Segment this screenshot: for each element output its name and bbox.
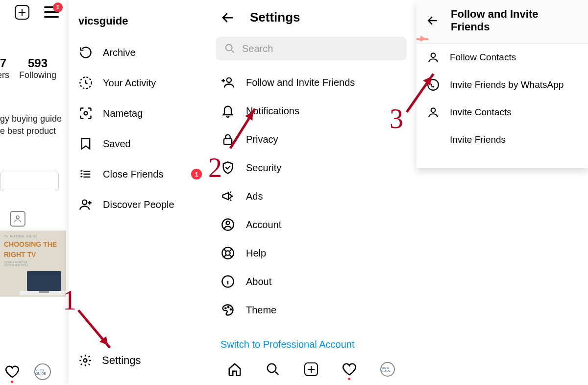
activity-heart-icon[interactable] <box>5 364 20 379</box>
nav-home-button[interactable] <box>227 361 243 377</box>
settings-item-help[interactable]: Help <box>206 239 416 267</box>
back-arrow-button[interactable] <box>220 10 235 25</box>
drawer-item-label: Archive <box>103 47 136 58</box>
drawer-settings-button[interactable]: Settings <box>69 346 206 375</box>
stat-value: 593 <box>19 56 56 70</box>
nav-activity-button[interactable] <box>342 361 357 377</box>
follow-invite-item-label: Invite Friends <box>450 134 506 145</box>
avatar-label: VIC'S GUIDE <box>381 366 394 372</box>
close-friends-icon <box>78 167 93 181</box>
drawer-item-saved[interactable]: Saved <box>69 128 206 159</box>
search-placeholder: Search <box>242 43 273 54</box>
menu-badge: 1 <box>53 2 63 12</box>
svg-point-5 <box>226 45 232 51</box>
settings-item-security[interactable]: Security <box>206 154 416 182</box>
svg-point-16 <box>268 364 276 373</box>
thumb-title: CHOOSING THE <box>4 241 62 248</box>
svg-point-11 <box>225 251 230 255</box>
annotation-pointer-small <box>416 38 428 40</box>
stat-label: Following <box>19 70 56 80</box>
settings-item-label: Account <box>246 219 281 231</box>
blank-icon <box>426 133 440 147</box>
settings-item-label: Privacy <box>246 134 278 145</box>
annotation-step-1: 1 <box>63 284 76 316</box>
profile-input[interactable] <box>0 172 59 191</box>
invite-friends-item[interactable]: Invite Friends <box>416 126 588 154</box>
settings-item-ads[interactable]: Ads <box>206 182 416 210</box>
svg-point-3 <box>82 200 87 205</box>
profile-menu-drawer: vicsguide Archive Your Activity Nametag … <box>69 0 206 385</box>
drawer-item-activity[interactable]: Your Activity <box>69 68 206 98</box>
settings-item-follow-invite[interactable]: Follow and Invite Friends <box>206 68 416 97</box>
svg-point-13 <box>225 308 226 308</box>
invite-contacts-item[interactable]: Invite Contacts <box>416 99 588 126</box>
settings-item-theme[interactable]: Theme <box>206 296 416 324</box>
settings-item-account[interactable]: Account <box>206 210 416 239</box>
svg-point-15 <box>230 309 231 310</box>
nametag-icon <box>78 106 93 121</box>
saved-icon <box>78 136 93 151</box>
settings-item-label: Security <box>246 162 281 174</box>
help-icon <box>220 246 235 260</box>
back-arrow-button[interactable] <box>426 14 439 27</box>
drawer-item-archive[interactable]: Archive <box>69 37 206 68</box>
follow-invite-item-label: Follow Contacts <box>450 52 516 63</box>
svg-point-9 <box>226 221 230 225</box>
account-icon <box>220 217 235 232</box>
drawer-item-discover[interactable]: Discover People <box>69 189 206 220</box>
contact-card-icon[interactable] <box>10 211 25 227</box>
drawer-item-label: Nametag <box>103 108 143 119</box>
menu-hamburger-button[interactable]: 1 <box>44 6 59 18</box>
svg-point-2 <box>84 112 88 115</box>
avatar-label: VIC'S GUIDE <box>35 368 50 375</box>
settings-item-label: About <box>246 276 271 287</box>
svg-point-14 <box>228 307 229 308</box>
drawer-item-close-friends[interactable]: Close Friends 1 <box>69 159 206 189</box>
settings-item-label: Theme <box>246 305 276 316</box>
close-friends-badge: 1 <box>191 169 202 180</box>
gear-icon <box>78 354 92 367</box>
svg-point-6 <box>227 78 231 82</box>
settings-item-label: Ads <box>246 191 263 202</box>
follow-invite-item-label: Invite Friends by WhatsApp <box>450 79 564 90</box>
theme-icon <box>220 303 235 317</box>
switch-professional-link[interactable]: Switch to Professional Account <box>206 332 416 357</box>
nav-create-button[interactable] <box>303 361 319 377</box>
follow-contacts-item[interactable]: Follow Contacts <box>416 44 588 71</box>
svg-rect-7 <box>224 139 232 145</box>
person-icon <box>426 105 440 119</box>
megaphone-icon <box>220 189 235 204</box>
svg-point-0 <box>16 216 19 219</box>
create-post-button[interactable] <box>15 5 29 20</box>
shield-icon <box>220 160 235 175</box>
profile-stats: 7 ers 593 Following <box>0 56 56 80</box>
settings-item-label: Help <box>246 248 266 259</box>
settings-title: Settings <box>250 10 300 25</box>
post-thumbnail[interactable]: TV BUYING GUIDE CHOOSING THE RIGHT TV LE… <box>0 231 66 297</box>
drawer-username: vicsguide <box>69 15 206 37</box>
drawer-item-nametag[interactable]: Nametag <box>69 98 206 128</box>
discover-icon <box>78 197 93 212</box>
activity-icon <box>78 76 93 90</box>
svg-point-19 <box>431 108 436 112</box>
profile-avatar-button[interactable]: VIC'S GUIDE <box>34 363 51 380</box>
follow-invite-title: Follow and Invite Friends <box>451 8 578 33</box>
nav-search-button[interactable] <box>265 361 281 377</box>
drawer-item-label: Close Friends <box>103 169 163 180</box>
search-icon <box>224 43 235 54</box>
bio-line: e best product <box>0 125 62 137</box>
svg-point-17 <box>431 53 436 57</box>
drawer-item-label: Discover People <box>103 199 174 210</box>
settings-search-input[interactable]: Search <box>216 37 407 60</box>
nav-profile-button[interactable]: VIC'S GUIDE <box>380 361 395 377</box>
settings-item-about[interactable]: About <box>206 267 416 296</box>
settings-item-notifications[interactable]: Notifications <box>206 97 416 125</box>
info-icon <box>220 274 235 289</box>
stat-label: ers <box>0 70 9 80</box>
invite-whatsapp-item[interactable]: Invite Friends by WhatsApp <box>416 71 588 99</box>
stat-value: 7 <box>0 56 9 70</box>
thumb-sub: VICSGUIDE.COM <box>4 264 62 267</box>
annotation-step-2: 2 <box>208 152 222 183</box>
annotation-step-3: 3 <box>390 103 403 134</box>
drawer-item-label: Saved <box>103 138 131 150</box>
